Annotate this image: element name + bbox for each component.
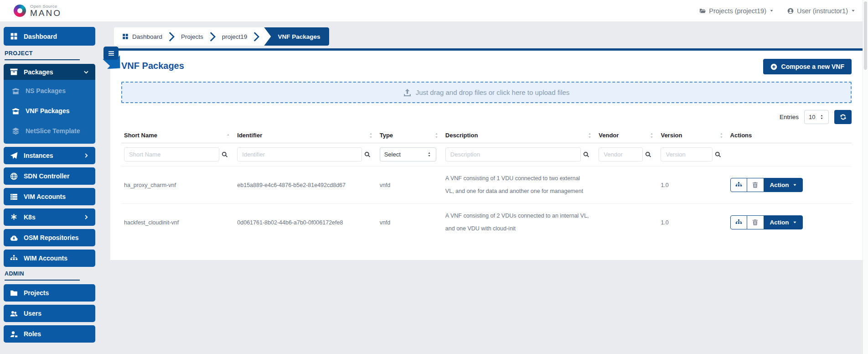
search-icon [364,151,371,158]
cell-short-name: ha_proxy_charm-vnf [121,167,234,204]
breadcrumb-vnf-packages[interactable]: VNF Packages [264,27,329,46]
updown-caret-icon [427,152,432,157]
column-header-short-name[interactable]: Short Name [121,128,234,143]
refresh-button[interactable] [834,110,852,124]
file-upload-dropzone[interactable]: Just drag and drop files or click here t… [121,82,852,103]
column-header-actions: Actions [728,128,852,143]
delete-button[interactable] [747,178,764,192]
sidebar-item-vnf-packages[interactable]: VNF Packages [4,101,95,121]
plus-circle-icon [770,63,777,70]
entries-per-page-select[interactable]: 10 [804,110,829,124]
projects-menu-label: Projects (project19) [709,7,766,15]
sidebar-item-roles[interactable]: Roles [4,325,95,343]
entries-value: 10 [809,114,815,120]
table-row: ha_proxy_charm-vnf eb15a889-e4c6-4876-b5… [121,167,852,204]
sidebar-item-ns-packages[interactable]: NS Packages [4,81,95,101]
page-scrollbar [863,0,868,354]
version-filter-input[interactable] [661,147,712,161]
column-label: Type [380,132,393,139]
cloud-download-icon [10,234,18,242]
action-dropdown-button[interactable]: Action [764,215,803,229]
breadcrumb-dashboard[interactable]: Dashboard [122,33,162,40]
top-header: Open Source MANO Projects (project19) Us… [0,0,868,21]
sidebar-item-instances[interactable]: Instances [4,147,95,164]
chevron-right-icon [83,153,89,158]
caret-down-icon [793,183,797,187]
globe-icon [10,172,18,180]
sidebar-item-users[interactable]: Users [4,305,95,322]
user-menu-label: User (instructor1) [797,7,848,15]
main-content: Dashboard Projects project19 VNF Package… [99,21,868,354]
sidebar-item-label: Projects [24,289,49,297]
delete-button[interactable] [747,215,764,229]
caret-down-icon [851,9,855,13]
trash-icon [752,182,759,188]
breadcrumb-project19[interactable]: project19 [222,33,248,40]
column-label: Identifier [237,132,262,139]
action-button-label: Action [770,182,789,188]
sidebar-toggle-button[interactable] [103,47,119,60]
sidebar-item-dashboard[interactable]: Dashboard [4,27,95,46]
cell-type: vnfd [377,204,443,241]
column-header-version[interactable]: Version [658,128,727,143]
view-topology-button[interactable] [730,178,747,192]
sidebar: Dashboard PROJECT Packages NS Packages V… [0,21,99,354]
chevron-separator-icon [169,32,175,42]
cell-vendor [596,204,658,241]
column-header-identifier[interactable]: Identifier [234,128,377,143]
logo-title: MANO [30,9,62,18]
layers-icon [12,127,20,135]
column-header-vendor[interactable]: Vendor [596,128,658,143]
action-button-label: Action [770,219,789,226]
updown-caret-icon [819,115,824,120]
column-label: Description [445,132,478,139]
refresh-icon [840,114,847,120]
short-name-filter-input[interactable] [124,147,219,161]
breadcrumb-label: Dashboard [132,33,162,40]
sidebar-item-label: Dashboard [24,33,57,40]
chevron-down-icon [83,69,89,75]
compose-button-label: Compose a new VNF [781,63,844,70]
breadcrumb: Dashboard Projects project19 VNF Package… [114,27,329,46]
search-icon [222,151,228,158]
description-filter-input[interactable] [445,147,581,161]
sidebar-item-packages[interactable]: Packages [4,64,95,80]
sidebar-item-label: SDN Controller [24,172,69,180]
compose-new-vnf-button[interactable]: Compose a new VNF [763,59,852,74]
sidebar-item-projects[interactable]: Projects [4,284,95,302]
sidebar-item-vim-accounts[interactable]: VIM Accounts [4,188,95,205]
sidebar-section-project-label: PROJECT [5,50,80,60]
column-header-type[interactable]: Type [377,128,443,143]
cell-identifier: 0d061761-8b02-44b6-a7b0-0f006172efe8 [234,204,377,241]
sidebar-item-wim-accounts[interactable]: WIM Accounts [4,250,95,267]
breadcrumb-projects[interactable]: Projects [181,33,203,40]
sidebar-group-packages: Packages NS Packages VNF Packages NetSli… [4,64,95,144]
sidebar-item-netslice-template[interactable]: NetSlice Template [4,121,95,141]
chevron-separator-icon [210,32,216,42]
user-menu[interactable]: User (instructor1) [787,7,855,15]
cell-short-name: hackfest_cloudinit-vnf [121,204,234,241]
view-topology-button[interactable] [730,215,747,229]
scrollbar-thumb[interactable] [864,1,867,70]
sidebar-item-sdn-controller[interactable]: SDN Controller [4,167,95,185]
grid-icon [122,33,129,40]
sidebar-item-osm-repositories[interactable]: OSM Repositories [4,229,95,246]
vendor-filter-input[interactable] [599,147,643,161]
vnf-packages-table: Short Name Identifier Type Descript [121,128,852,241]
sidebar-item-label: Packages [24,68,53,76]
column-header-description[interactable]: Description [443,128,596,143]
projects-menu[interactable]: Projects (project19) [699,7,774,15]
identifier-filter-input[interactable] [237,147,362,161]
type-filter-select[interactable]: Select [380,147,436,161]
chevron-right-icon [83,214,89,220]
caret-down-icon [770,9,774,13]
sitemap-icon [10,255,18,262]
sidebar-item-label: Roles [24,330,41,338]
row-actions: Action [730,178,845,192]
sidebar-item-label: Users [24,310,41,317]
action-dropdown-button[interactable]: Action [764,178,803,192]
breadcrumb-label: project19 [222,33,248,40]
sidebar-section-admin-label: ADMIN [5,271,80,281]
grid-icon [10,32,18,40]
sidebar-item-k8s[interactable]: K8s [4,208,95,226]
